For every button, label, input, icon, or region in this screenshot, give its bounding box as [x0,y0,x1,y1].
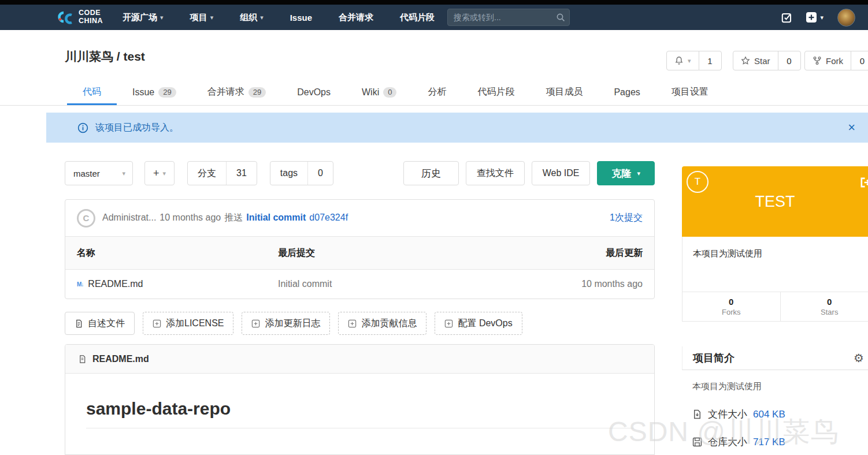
readme-heading: sample-data-repo [86,399,633,428]
project-title: 川川菜鸟 / test [65,49,145,65]
nav-item-groups[interactable]: 组织 ▾ [240,12,264,23]
branches-count[interactable]: 31 [226,162,257,185]
gear-icon[interactable]: ⚙ [854,351,864,365]
chevron-down-icon: ▾ [688,57,691,65]
document-icon [78,355,87,364]
info-icon [77,122,88,133]
commit-summary: Administrat... 10 months ago 推送 Initial … [102,212,348,224]
search-input[interactable] [447,9,570,26]
star-button[interactable]: Star [733,51,778,70]
row-last-commit[interactable]: Initial commit [278,279,550,289]
plus-square-icon [348,319,357,328]
setup-devops-button[interactable]: 配置 DevOps [435,312,522,335]
project-tabs: 代码 Issue 29 合并请求 29 DevOps Wiki 0 分析 代码片… [0,81,868,106]
nav-item-projects[interactable]: 项目 ▾ [190,12,214,23]
navbar: CODECHINA 开源广场 ▾ 项目 ▾ 组织 ▾ Issue 合并请求 代码… [0,5,868,30]
code-china-logo[interactable]: CODECHINA [55,9,103,25]
nav-menu: 开源广场 ▾ 项目 ▾ 组织 ▾ Issue 合并请求 代码片段 [123,12,435,23]
chevron-down-icon: ▾ [122,170,125,177]
add-changelog-button[interactable]: 添加更新日志 [242,312,330,335]
tab-issues[interactable]: Issue 29 [117,81,192,105]
tab-pages[interactable]: Pages [598,81,655,105]
nav-item-issues[interactable]: Issue [290,13,312,23]
last-commit-row: C Administrat... 10 months ago 推送 Initia… [65,200,654,237]
history-button[interactable]: 历史 [403,161,459,185]
commit-author: Administrat... [102,212,156,223]
plus-square-icon [251,319,260,328]
search-icon [556,13,565,22]
file-size-icon [692,409,702,419]
stars-stat[interactable]: 0 Stars [781,292,868,321]
commit-sha-link[interactable]: d07e324f [309,212,348,223]
plus-square-icon [444,319,453,328]
tab-wiki[interactable]: Wiki 0 [346,81,412,105]
tab-code[interactable]: 代码 [67,81,117,105]
repo-size-row: 仓库大小 717 KB [692,435,785,449]
code-china-logo-icon [55,10,75,25]
branches-button[interactable]: 分支 31 [187,161,257,185]
tab-members[interactable]: 项目成员 [530,81,598,105]
commit-message-link[interactable]: Initial commit [246,212,306,223]
star-count[interactable]: 0 [778,51,801,70]
row-last-update: 10 months ago [550,279,643,289]
tab-merge-requests[interactable]: 合并请求 29 [192,81,281,105]
todos-icon[interactable] [781,12,792,23]
nav-item-snippets[interactable]: 代码片段 [400,12,435,23]
branch-selector[interactable]: master ▾ [65,161,133,185]
file-browser: C Administrat... 10 months ago 推送 Initia… [65,199,655,299]
fork-button[interactable]: Fork [804,51,851,70]
about-section-header: 项目简介 ⚙ [682,346,868,370]
file-size-row: 文件大小 604 KB [692,408,785,421]
clone-button[interactable]: 克隆 ▾ [597,161,655,185]
readme-filename-link[interactable]: README.md [92,354,149,364]
file-size-value: 604 KB [753,409,785,420]
fork-group: Fork 0 [804,51,868,70]
new-menu-button[interactable]: ▾ [806,12,824,23]
notification-count[interactable]: 1 [699,51,722,70]
issue-count-badge: 29 [158,87,176,98]
global-search [447,9,570,26]
nav-item-merge-requests[interactable]: 合并请求 [339,12,373,23]
readme-header: README.md [65,345,654,374]
project-avatar: T [687,171,709,193]
chevron-down-icon: ▾ [820,14,824,21]
star-icon [741,56,750,65]
chevron-down-icon: ▾ [160,14,164,21]
chevron-down-icon: ▾ [260,14,264,21]
banner-message: 该项目已成功导入。 [95,122,179,134]
fork-icon [813,56,822,65]
web-ide-button[interactable]: Web IDE [532,161,591,185]
add-license-button[interactable]: 添加LICENSE [143,312,233,335]
star-group: Star 0 [733,51,801,70]
tab-devops[interactable]: DevOps [281,81,346,105]
forks-stat[interactable]: 0 Forks [682,292,781,321]
plus-square-icon [153,319,161,328]
notification-bell-button[interactable]: ▾ [666,51,699,70]
chevron-down-icon: ▾ [637,170,640,177]
add-file-dropdown[interactable]: + ▾ [144,161,175,185]
commit-author-avatar: C [77,209,95,228]
find-file-button[interactable]: 查找文件 [466,161,525,185]
chevron-down-icon: ▾ [210,14,214,21]
chevron-down-icon: ▾ [162,170,166,177]
nav-item-explore[interactable]: 开源广场 ▾ [123,12,164,23]
project-stats: 0 Forks 0 Stars [682,292,868,322]
tags-count[interactable]: 0 [307,162,333,185]
readme-file-button[interactable]: 自述文件 [65,312,135,335]
import-success-banner: 该项目已成功导入。 × [46,113,868,143]
toolbar-right: 历史 查找文件 Web IDE 克隆 ▾ [403,161,655,185]
file-table-header: 名称 最后提交 最后更新 [65,237,654,270]
transfer-icon[interactable] [859,176,868,189]
markdown-file-icon: M↓ [77,281,83,288]
fork-count[interactable]: 0 [851,51,868,70]
user-avatar[interactable] [837,9,855,27]
storage-icon [692,437,702,447]
add-contributing-button[interactable]: 添加贡献信息 [338,312,426,335]
file-link-readme[interactable]: README.md [88,279,143,289]
tab-analytics[interactable]: 分析 [412,81,462,105]
commit-count-link[interactable]: 1次提交 [610,212,643,224]
tags-button[interactable]: tags 0 [270,161,333,185]
close-icon[interactable]: × [848,121,855,134]
tab-snippets[interactable]: 代码片段 [462,81,530,105]
tab-settings[interactable]: 项目设置 [656,81,724,105]
